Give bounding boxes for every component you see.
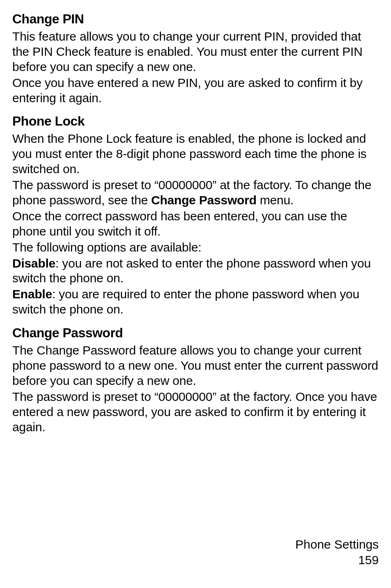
section-change-pin: This feature allows you to change your c… <box>12 29 379 105</box>
text-span: : you are required to enter the phone pa… <box>12 287 359 316</box>
option-disable: Disable: you are not asked to enter the … <box>12 256 379 286</box>
option-label-disable: Disable <box>12 256 55 270</box>
body-text: This feature allows you to change your c… <box>12 29 379 75</box>
page-footer: Phone Settings 159 <box>296 537 379 567</box>
option-label-enable: Enable <box>12 287 52 301</box>
inline-bold-change-password: Change Password <box>151 193 257 207</box>
body-text: When the Phone Lock feature is enabled, … <box>12 131 379 177</box>
body-text: Once you have entered a new PIN, you are… <box>12 76 379 106</box>
body-text: The password is preset to “00000000” at … <box>12 389 379 435</box>
heading-change-pin: Change PIN <box>12 11 379 27</box>
text-span: : you are not asked to enter the phone p… <box>12 256 371 285</box>
text-span: menu. <box>257 193 294 207</box>
section-change-password: The Change Password feature allows you t… <box>12 343 379 435</box>
footer-page-number: 159 <box>296 552 379 568</box>
body-text: Once the correct password has been enter… <box>12 209 379 239</box>
option-enable: Enable: you are required to enter the ph… <box>12 287 379 317</box>
body-text: The password is preset to “00000000” at … <box>12 178 379 208</box>
heading-change-password: Change Password <box>12 325 379 341</box>
page-container: Change PIN This feature allows you to ch… <box>0 0 391 588</box>
heading-phone-lock: Phone Lock <box>12 114 379 129</box>
body-text: The following options are available: <box>12 240 379 255</box>
section-phone-lock: When the Phone Lock feature is enabled, … <box>12 131 379 317</box>
body-text: The Change Password feature allows you t… <box>12 343 379 389</box>
footer-chapter-title: Phone Settings <box>296 537 379 552</box>
